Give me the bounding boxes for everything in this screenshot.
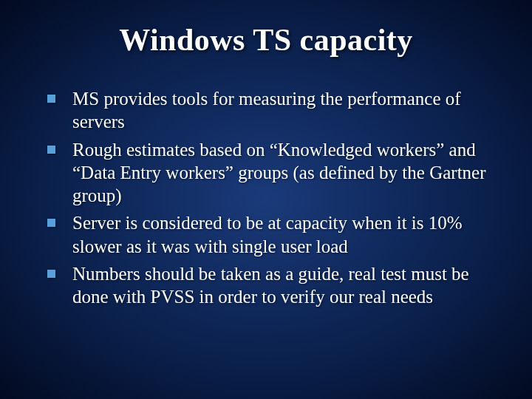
- slide-title: Windows TS capacity: [37, 22, 495, 58]
- bullet-list: MS provides tools for measuring the perf…: [44, 87, 495, 308]
- list-item: Rough estimates based on “Knowledged wor…: [44, 138, 495, 208]
- list-item: MS provides tools for measuring the perf…: [44, 87, 495, 134]
- list-item: Numbers should be taken as a guide, real…: [44, 262, 495, 309]
- list-item: Server is considered to be at capacity w…: [44, 211, 495, 258]
- slide: Windows TS capacity MS provides tools fo…: [0, 0, 532, 399]
